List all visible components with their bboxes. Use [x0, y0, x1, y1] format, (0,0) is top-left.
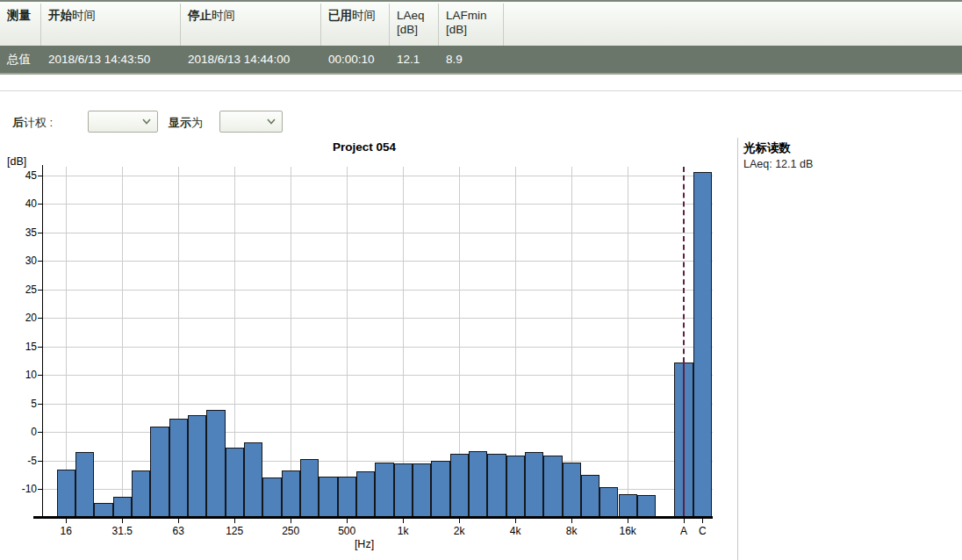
freq-bar-2.5k[interactable]: [469, 451, 487, 518]
freq-bar-3.15k[interactable]: [487, 454, 506, 518]
freq-bar-125[interactable]: [226, 448, 244, 518]
x-axis-tick: [684, 519, 685, 523]
x-axis-unit-label: [Hz]: [320, 538, 408, 550]
freq-bar-12.5k[interactable]: [599, 487, 618, 518]
y-axis-tick-label: 40: [9, 197, 37, 210]
gridline-horizontal: [42, 375, 713, 376]
x-axis-tick: [122, 519, 123, 523]
freq-bar-5k[interactable]: [525, 452, 543, 518]
cell-start-time: 2018/6/13 14:43:50: [48, 46, 150, 73]
x-axis-tick-label: 63: [154, 525, 203, 537]
column-separator: [503, 4, 504, 47]
freq-bar-16k[interactable]: [619, 494, 637, 518]
cell-elapsed-time: 00:00:10: [328, 46, 375, 73]
gridline-horizontal: [42, 432, 713, 433]
gridline-horizontal: [42, 261, 713, 262]
freq-bar-1k[interactable]: [394, 463, 413, 518]
display-as-select[interactable]: [219, 111, 283, 133]
freq-bar-10k[interactable]: [581, 475, 599, 518]
freq-bar-800[interactable]: [375, 463, 393, 519]
x-axis-tick-label: 16k: [603, 525, 652, 537]
freq-bar-40[interactable]: [132, 470, 150, 519]
freq-bar-50[interactable]: [150, 427, 169, 519]
freq-bar-63[interactable]: [169, 419, 188, 518]
freq-bar-250[interactable]: [282, 470, 300, 519]
freq-bar-100[interactable]: [206, 410, 225, 518]
freq-bar-315[interactable]: [300, 459, 319, 518]
chevron-down-icon: [267, 118, 276, 125]
freq-bar-400[interactable]: [319, 477, 337, 518]
header-elapsed-time: 已用时间: [328, 9, 376, 23]
weighted-bar-C[interactable]: [693, 172, 712, 518]
column-separator: [180, 4, 181, 47]
gridline-horizontal: [42, 318, 713, 319]
x-axis-tick-label: 31.5: [97, 525, 147, 537]
header-measurement: 测量: [7, 9, 31, 23]
y-axis-tick-label: 25: [9, 284, 37, 296]
display-as-label: 显示为: [169, 115, 203, 131]
column-separator: [40, 4, 41, 47]
header-laeq: LAeq[dB]: [397, 9, 425, 37]
freq-bar-16[interactable]: [57, 470, 75, 518]
freq-bar-80[interactable]: [188, 415, 206, 519]
chart-cursor-line[interactable]: [683, 167, 685, 363]
header-start-time: 开始时间: [48, 9, 96, 23]
post-weighting-select[interactable]: [88, 111, 158, 133]
gridline-horizontal: [42, 404, 713, 405]
freq-bar-1.6k[interactable]: [431, 461, 449, 518]
panel-divider: [737, 138, 738, 560]
table-row-total[interactable]: 总值 2018/6/13 14:43:50 2018/6/13 14:44:00…: [0, 46, 962, 75]
freq-bar-6.3k[interactable]: [543, 456, 562, 518]
section-divider: [0, 90, 962, 91]
freq-bar-630[interactable]: [356, 471, 375, 518]
x-axis-tick: [178, 519, 179, 523]
x-axis-tick-label: 4k: [491, 525, 540, 537]
header-lafmin: LAFmin[dB]: [446, 9, 487, 37]
y-axis-unit-label: [dB]: [7, 155, 26, 168]
freq-bar-1.25k[interactable]: [413, 463, 431, 518]
gridline-vertical: [66, 167, 67, 518]
y-axis-line: [42, 165, 43, 518]
y-axis-tick-label: -10: [9, 483, 37, 495]
column-separator: [320, 4, 321, 47]
x-axis-tick: [628, 519, 628, 523]
freq-bar-500[interactable]: [338, 477, 356, 518]
gridline-horizontal: [42, 204, 713, 205]
cursor-panel-reading: LAeq: 12.1 dB: [743, 158, 813, 170]
x-axis-tick: [66, 519, 67, 523]
y-axis-tick-label: 45: [9, 169, 37, 182]
results-table-header: 测量 开始时间 停止时间 已用时间 LAeq[dB] LAFmin[dB]: [0, 0, 962, 46]
x-axis-tick: [515, 519, 516, 523]
x-axis-tick: [702, 519, 703, 523]
gridline-horizontal: [42, 290, 713, 291]
y-axis-tick-label: 30: [9, 255, 37, 267]
y-axis-tick-label: 5: [9, 398, 37, 410]
y-axis-tick-label: 15: [9, 341, 37, 353]
y-axis-tick-label: -5: [9, 455, 37, 467]
chevron-down-icon: [142, 118, 151, 125]
cell-stop-time: 2018/6/13 14:44:00: [188, 46, 290, 73]
column-separator: [389, 4, 390, 47]
freq-bar-160[interactable]: [244, 442, 262, 518]
gridline-vertical: [122, 167, 123, 518]
x-axis-tick-label: 1k: [378, 525, 427, 537]
x-axis-tick: [403, 519, 404, 523]
freq-bar-8k[interactable]: [563, 463, 581, 519]
x-axis-tick-label: 16: [41, 525, 90, 537]
chart-cursor-line[interactable]: [683, 363, 685, 516]
freq-bar-200[interactable]: [262, 477, 281, 518]
x-axis-line: [33, 516, 713, 519]
x-axis-tick: [234, 519, 235, 523]
cell-measurement: 总值: [7, 46, 31, 73]
freq-bar-20k[interactable]: [637, 495, 656, 518]
x-axis-tick-label: 8k: [547, 525, 596, 537]
cell-lafmin: 8.9: [446, 46, 463, 73]
y-axis-tick-label: 10: [9, 369, 37, 381]
x-axis-tick-label: 500: [322, 525, 371, 537]
freq-bar-4k[interactable]: [506, 456, 525, 518]
freq-bar-20[interactable]: [75, 452, 94, 518]
freq-bar-2k[interactable]: [450, 454, 469, 518]
header-stop-time: 停止时间: [188, 9, 235, 23]
freq-bar-31.5[interactable]: [113, 497, 132, 518]
gridline-vertical: [347, 167, 348, 518]
